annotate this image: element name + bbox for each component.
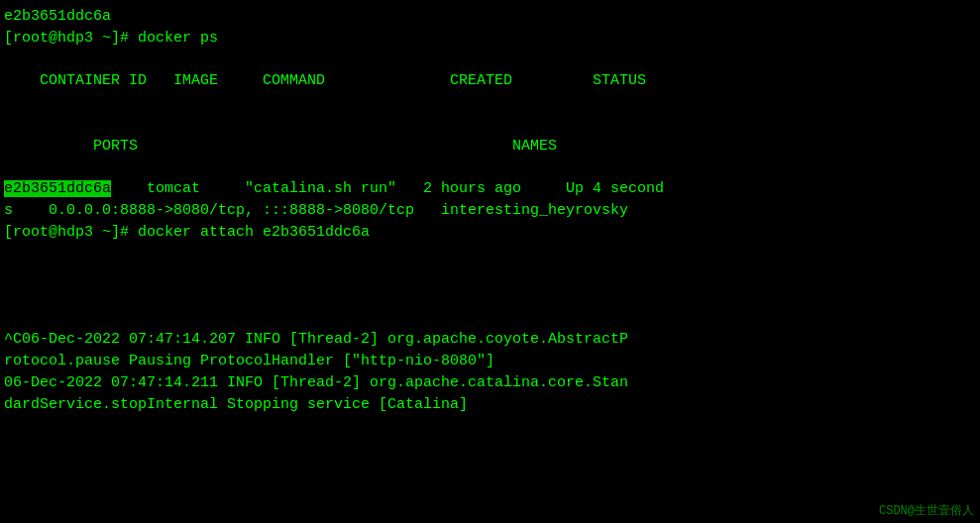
line-header-2: PORTS NAMES (4, 114, 976, 178)
container-data-rest: tomcat "catalina.sh run" 2 hours ago Up … (111, 180, 664, 197)
line-docker-ps-cmd: [root@hdp3 ~]# docker ps (4, 28, 976, 50)
watermark: CSDN@生世壹俗人 (879, 502, 974, 519)
line-log-4: dardService.stopInternal Stopping servic… (4, 394, 976, 416)
empty-line-1 (4, 243, 976, 264)
container-id-highlight: e2b3651ddc6a (4, 180, 111, 197)
header-container: CONTAINER ID IMAGE COMMAND CREATED STATU… (40, 72, 646, 89)
line-container-data-1: e2b3651ddc6a tomcat "catalina.sh run" 2 … (4, 178, 976, 200)
line-prev-id: e2b3651ddc6a (4, 6, 976, 28)
empty-line-3 (4, 286, 976, 308)
empty-line-4 (4, 308, 976, 330)
line-container-data-2: s 0.0.0.0:8888->8080/tcp, :::8888->8080/… (4, 200, 976, 222)
line-log-1: ^C06-Dec-2022 07:47:14.207 INFO [Thread-… (4, 329, 976, 351)
line-log-2: rotocol.pause Pausing ProtocolHandler ["… (4, 351, 976, 372)
terminal-window: e2b3651ddc6a [root@hdp3 ~]# docker ps CO… (0, 0, 980, 523)
line-log-3: 06-Dec-2022 07:47:14.211 INFO [Thread-2]… (4, 372, 976, 394)
empty-line-2 (4, 264, 976, 286)
header-ports: PORTS NAMES (40, 138, 557, 155)
line-header-1: CONTAINER ID IMAGE COMMAND CREATED STATU… (4, 50, 976, 114)
line-docker-attach-cmd: [root@hdp3 ~]# docker attach e2b3651ddc6… (4, 222, 976, 244)
